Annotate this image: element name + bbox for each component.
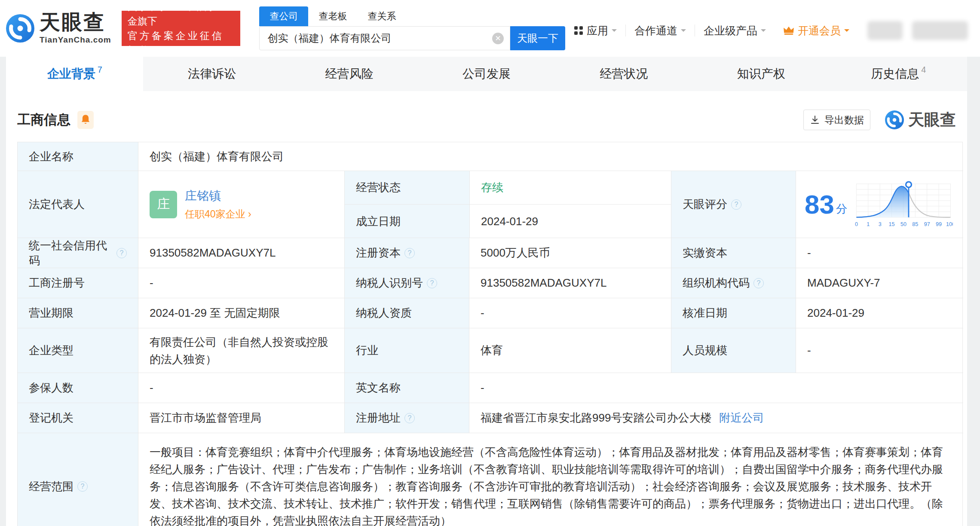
field-label: 英文名称	[344, 373, 469, 403]
logo-subtitle: TianYanCha.com	[40, 35, 111, 45]
org-code-value: MADAGUXY-7	[796, 268, 963, 298]
field-label: 注册地址?	[344, 403, 469, 433]
tab-count: 4	[921, 65, 926, 75]
taxpayer-qual-value: -	[469, 298, 671, 328]
field-label: 法定代表人	[18, 171, 138, 238]
biz-term-value: 2024-01-29 至 无固定期限	[138, 298, 344, 328]
tab-intellectual-property[interactable]: 知识产权	[692, 57, 830, 91]
field-label: 纳税人资质	[344, 298, 469, 328]
search-tab-boss[interactable]: 查老板	[308, 6, 357, 26]
score-unit: 分	[836, 202, 847, 217]
clear-search-icon[interactable]: ✕	[492, 33, 504, 44]
field-label: 登记机关	[18, 403, 138, 433]
tick-label: 100	[946, 221, 953, 227]
business-scope-value: 一般项目：体育竞赛组织；体育中介代理服务；体育场地设施经营（不含高危险性体育运动…	[138, 433, 963, 526]
subscribe-bell-button[interactable]	[77, 111, 94, 129]
company-type-value: 有限责任公司（非自然人投资或控股的法人独资）	[138, 328, 344, 373]
tick-label: 99	[936, 221, 942, 227]
reg-capital-value: 5000万人民币	[469, 238, 671, 268]
legal-rep-companies-link[interactable]: 任职40家企业 ›	[185, 208, 251, 221]
field-label: 纳税人识别号?	[344, 268, 469, 298]
search-button[interactable]: 天眼一下	[510, 26, 565, 50]
field-label: 统一社会信用代码?	[18, 238, 138, 268]
status-subtable: 经营状态 存续 成立日期 2024-01-29	[344, 171, 671, 238]
apps-grid-icon	[574, 26, 583, 35]
reg-address-value: 福建省晋江市泉安北路999号安踏公司办公大楼	[481, 410, 711, 425]
score-label-cell: 天眼评分?	[671, 171, 796, 238]
menu-enterprise-products-label: 企业级产品	[704, 24, 757, 38]
main-content: 工商信息 导出数据	[6, 91, 967, 526]
badge-line2: 官方备案企业征信机构	[128, 28, 235, 58]
chevron-down-icon	[612, 29, 617, 34]
insured-count-value: -	[138, 373, 344, 403]
bell-icon	[80, 114, 91, 126]
field-label: 注册资本?	[344, 238, 469, 268]
reg-authority-value: 晋江市市场监督管理局	[138, 403, 344, 433]
menu-cooperation-label: 合作通道	[634, 24, 677, 38]
search-tab-relation[interactable]: 查关系	[357, 6, 406, 26]
score-cell[interactable]: 83 分	[796, 171, 963, 238]
nearby-companies-link[interactable]: 附近公司	[719, 410, 764, 425]
download-icon	[810, 115, 820, 125]
help-icon[interactable]: ?	[404, 413, 415, 423]
legal-rep-name-link[interactable]: 庄铭镇	[185, 188, 251, 204]
tab-operating-status[interactable]: 经营状况	[555, 57, 692, 91]
tick-label: 15	[889, 221, 895, 227]
chevron-down-icon	[844, 29, 849, 34]
section-title: 工商信息	[17, 111, 70, 129]
help-icon[interactable]: ?	[77, 481, 88, 492]
tab-history-info[interactable]: 历史信息4	[830, 57, 967, 91]
tab-company-development[interactable]: 公司发展	[418, 57, 555, 91]
menu-vip[interactable]: 开通会员	[775, 24, 858, 38]
field-label: 实缴资本	[671, 238, 796, 268]
menu-enterprise-products[interactable]: 企业级产品	[695, 24, 775, 38]
eye-logo-icon	[6, 14, 34, 43]
watermark-label: 天眼查	[908, 109, 956, 131]
field-label: 营业期限	[18, 298, 138, 328]
industry-value: 体育	[469, 328, 671, 373]
tick-label: 50	[900, 221, 906, 227]
reg-no-value: -	[138, 268, 344, 298]
help-icon[interactable]: ?	[116, 248, 127, 258]
legal-rep-avatar[interactable]: 庄	[150, 191, 177, 218]
field-label: 行业	[344, 328, 469, 373]
tianyancha-logo[interactable]: 天眼查 TianYanCha.com	[6, 12, 111, 45]
staff-size-value: -	[796, 328, 963, 373]
tick-label: 0	[855, 221, 858, 227]
help-icon[interactable]: ?	[753, 278, 764, 288]
eye-logo-icon	[885, 110, 904, 129]
approval-date-value: 2024-01-29	[796, 298, 963, 328]
business-info-table: 企业名称 创实（福建）体育有限公司 法定代表人 庄 庄铭镇 任职40家企业 › …	[17, 142, 963, 526]
field-label: 企业名称	[18, 142, 138, 171]
blurred-user-info	[867, 21, 903, 40]
help-icon[interactable]: ?	[731, 199, 741, 210]
export-data-button[interactable]: 导出数据	[803, 110, 870, 130]
logo-title: 天眼查	[40, 12, 111, 33]
menu-apps-label: 应用	[587, 24, 608, 38]
blurred-user-avatar[interactable]	[912, 21, 968, 40]
tick-label: 1	[867, 221, 870, 227]
menu-vip-label: 开通会员	[798, 24, 841, 38]
search-tab-company[interactable]: 查公司	[259, 6, 308, 26]
chevron-down-icon	[681, 29, 686, 34]
field-label: 经营范围?	[18, 433, 138, 526]
tick-label: 3	[879, 221, 882, 227]
search-box: ✕	[259, 26, 510, 50]
tab-legal-proceedings[interactable]: 法律诉讼	[143, 57, 280, 91]
help-icon[interactable]: ?	[427, 278, 437, 288]
status-value: 存续	[469, 171, 671, 205]
menu-apps[interactable]: 应用	[565, 24, 625, 38]
company-name-value: 创实（福建）体育有限公司	[138, 142, 963, 171]
company-nav-tabs: 企业背景7 法律诉讼 经营风险 公司发展 经营状况 知识产权 历史信息4	[6, 57, 967, 91]
menu-cooperation[interactable]: 合作通道	[626, 24, 695, 38]
english-name-value: -	[469, 373, 963, 403]
est-date-value: 2024-01-29	[469, 205, 671, 238]
search-area: 查公司 查老板 查关系 ✕ 天眼一下	[259, 6, 565, 50]
tab-company-background[interactable]: 企业背景7	[6, 57, 143, 91]
tab-operating-risk[interactable]: 经营风险	[281, 57, 418, 91]
badge-line1: 国家中小企业发展子基金旗下	[128, 0, 235, 28]
search-input[interactable]	[267, 32, 492, 44]
crown-icon	[783, 26, 794, 35]
score-value: 83	[805, 191, 834, 218]
help-icon[interactable]: ?	[404, 248, 415, 258]
